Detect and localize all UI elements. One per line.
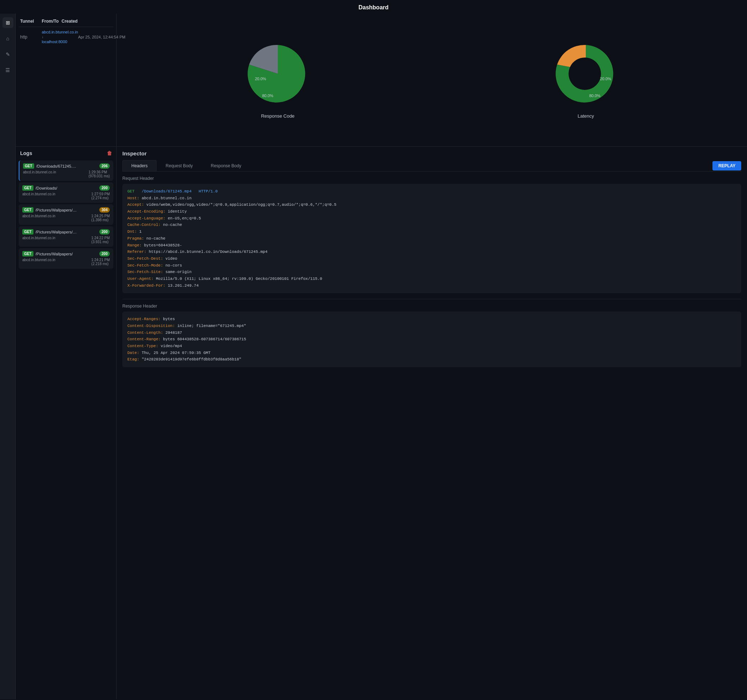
logs-panel: Logs 🗑 GET /Downloads/671245.mp4 206 abc… [16,147,116,699]
log-host: abcd.in.btunnel.co.in [22,258,55,266]
log-time-duration: 1:24:22 PM(3.931 ms) [91,236,110,244]
delete-logs-icon[interactable]: 🗑 [107,150,112,156]
bottom-section: Logs 🗑 GET /Downloads/671245.mp4 206 abc… [16,147,747,699]
cache-control-line: Cache-Control: no-cache [127,222,736,228]
log-time-duration: 1:24:21 PM(2.218 ms) [91,258,110,266]
request-method: GET [127,189,135,193]
svg-text:20.0%: 20.0% [255,77,266,81]
accept-language-line: Accept-Language: en-US,en;q=0.5 [127,215,736,222]
main-content: Tunnel From/To Created http abcd.in.btun… [16,14,747,699]
log-item[interactable]: GET /Pictures/Wallpapers/de... 304 abcd.… [19,204,113,225]
accept-line: Accept: video/webm,video/ogg,video/*;q=0… [127,201,736,208]
referer-line: Referer: https://abcd.in.btunnel.co.in/D… [127,249,736,255]
sidebar-icon-grid[interactable]: ⊞ [3,17,13,28]
top-section: Tunnel From/To Created http abcd.in.btun… [16,14,747,147]
x-forwarded-line: X-Forwarded-For: 13.201.249.74 [127,282,736,289]
logs-header: Logs 🗑 [16,147,116,159]
log-method-badge: GET [22,185,33,191]
inspector-panel: Inspector Headers Request Body Response … [116,147,747,699]
log-path: /Pictures/Wallpapers/de... [36,208,79,212]
accept-encoding-line: Accept-Encoding: identity [127,208,736,215]
svg-text:20.0%: 20.0% [600,77,611,81]
svg-text:80.0%: 80.0% [589,94,600,98]
tunnel-table-header: Tunnel From/To Created [19,17,113,27]
tunnel-to-link[interactable]: localhost:8000 [42,39,78,44]
log-path: /Pictures/Wallpapers/wa... [36,230,79,234]
tab-response-body[interactable]: Response Body [202,160,250,171]
latency-donut: 80.0% 20.0% [553,41,618,106]
log-status-badge: 206 [99,163,110,169]
response-code-chart: 80.0% 20.0% Response Code [245,41,310,119]
pragma-line: Pragma: no-cache [127,235,736,242]
header-divider [122,299,741,299]
svg-text:80.0%: 80.0% [262,94,273,98]
response-code-title: Response Code [261,113,294,119]
tab-request-body[interactable]: Request Body [157,160,201,171]
response-header-section: Response Header Accept-Ranges: bytes Con… [122,303,741,367]
sidebar-icon-home[interactable]: ⌂ [3,33,13,44]
sidebar: ⊞ ⌂ ✎ ☰ [0,14,16,699]
tunnel-col-tunnel: Tunnel [20,19,42,24]
log-time-duration: 1:29:36 PM(978.031 ms) [89,170,110,178]
tunnel-addresses: abcd.in.btunnel.co.in ↓ localhost:8000 [42,30,78,44]
tunnel-row: http abcd.in.btunnel.co.in ↓ localhost:8… [19,27,113,47]
sec-fetch-mode-line: Sec-Fetch-Mode: no-cors [127,262,736,269]
date-line: Date: Thu, 25 Apr 2024 07:59:35 GMT [127,350,736,356]
range-line: Range: bytes=604438528- [127,242,736,249]
etag-line: Etag: "2428203de91419d97efe6b8ffdbb3f8d8… [127,356,736,363]
content-type-line: Content-Type: video/mp4 [127,343,736,350]
tunnel-type: http [20,35,42,39]
log-method-badge: GET [23,163,34,169]
replay-button[interactable]: REPLAY [712,161,741,170]
log-path: /Pictures/Wallpapers/ [36,252,73,256]
log-host: abcd.in.btunnel.co.in [22,214,55,222]
tunnel-col-created: Created [62,19,112,24]
log-item[interactable]: GET /Pictures/Wallpapers/ 200 abcd.in.bt… [19,248,113,269]
inspector-content: Request Header GET /Downloads/671245.mp4… [122,176,741,696]
log-item[interactable]: GET /Downloads/ 200 abcd.in.btunnel.co.i… [19,183,113,203]
latency-title: Latency [578,113,594,119]
log-status-badge: 200 [99,251,110,256]
log-method-badge: GET [22,229,33,235]
response-header-block: Accept-Ranges: bytes Content-Disposition… [122,312,741,367]
log-method-badge: GET [22,207,33,213]
log-item[interactable]: GET /Downloads/671245.mp4 206 abcd.in.bt… [19,160,113,181]
latency-chart: 80.0% 20.0% Latency [553,41,618,119]
logs-list: GET /Downloads/671245.mp4 206 abcd.in.bt… [16,159,116,699]
tunnel-panel: Tunnel From/To Created http abcd.in.btun… [16,14,116,146]
log-item[interactable]: GET /Pictures/Wallpapers/wa... 200 abcd.… [19,226,113,247]
tunnel-from-link[interactable]: abcd.in.btunnel.co.in [42,30,78,34]
sec-fetch-dest-line: Sec-Fetch-Dest: video [127,255,736,262]
content-length-line: Content-Length: 2948187 [127,329,736,336]
host-line: Host: abcd.in.btunnel.co.in [127,195,736,202]
log-time-duration: 1:27:59 PM(2.274 ms) [91,192,110,200]
request-proto: HTTP/1.0 [199,189,218,193]
log-time-duration: 1:24:25 PM(1.398 ms) [91,214,110,222]
log-host: abcd.in.btunnel.co.in [22,236,55,244]
request-header-section: Request Header GET /Downloads/671245.mp4… [122,176,741,293]
log-host: abcd.in.btunnel.co.in [23,170,56,178]
content-range-line: Content-Range: bytes 604438528-607386714… [127,336,736,343]
user-agent-line: User-Agent: Mozilla/5.0 (X11; Linux x86_… [127,276,736,282]
content-disp-line: Content-Disposition: inline; filename="6… [127,323,736,329]
log-status-badge: 304 [99,207,110,213]
response-header-title: Response Header [122,303,741,309]
page-title: Dashboard [0,0,747,14]
sidebar-icon-book[interactable]: ☰ [3,65,13,75]
sec-fetch-site-line: Sec-Fetch-Site: same-origin [127,269,736,276]
log-method-badge: GET [22,251,33,256]
request-header-block: GET /Downloads/671245.mp4 HTTP/1.0 Host:… [122,184,741,293]
inspector-tabs: Headers Request Body Response Body REPLA… [122,160,741,172]
tab-headers[interactable]: Headers [122,160,157,171]
tunnel-col-fromto: From/To [42,19,62,24]
log-host: abcd.in.btunnel.co.in [22,192,55,200]
charts-area: 80.0% 20.0% Response Code 80.0% [116,14,747,146]
request-line: GET /Downloads/671245.mp4 HTTP/1.0 [127,188,736,195]
inspector-title: Inspector [122,150,741,157]
sidebar-icon-edit[interactable]: ✎ [3,49,13,60]
log-status-badge: 200 [99,229,110,235]
log-path: /Downloads/ [36,186,57,190]
response-code-pie: 80.0% 20.0% [245,41,310,106]
tunnel-arrow-icon: ↓ [42,35,78,39]
dnt-line: Dnt: 1 [127,228,736,235]
